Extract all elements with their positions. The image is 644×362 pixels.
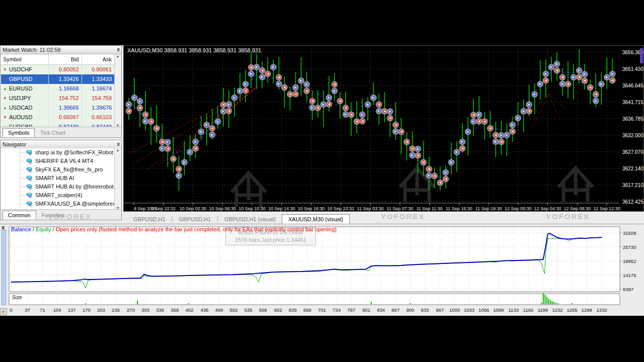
symbol-name: USDCAD <box>9 103 32 113</box>
navigator-panel: Navigator x sharp ai by @SoftechFX_Robot… <box>0 140 122 220</box>
navigator-title: Navigator x <box>1 140 121 149</box>
tester-bar-axis-label: 1298 <box>582 307 592 313</box>
market-watch-row[interactable]: ▲EURUSD1.166681.16674 <box>1 84 115 94</box>
navigator-ea-item[interactable]: SkyFX EA_fix@free_fx_pro <box>1 165 115 174</box>
market-watch-row[interactable]: ▼USDCHF0.800520.80061 <box>1 65 115 74</box>
tester-bar-axis-label: 1232 <box>552 307 562 313</box>
price-chart-window[interactable]: XAUUSD,M30 3858.931 3858.931 3858.931 38… <box>123 45 644 212</box>
chart-tab-1[interactable]: GBPUSD,H1 <box>173 215 217 224</box>
test-mode-note: Open prices only (fastest method to anal… <box>56 226 337 232</box>
navigator-ea-item[interactable]: SMART_scalper(4) <box>1 191 115 200</box>
chart-tab-0[interactable]: GBPUSD,H1 <box>127 215 172 224</box>
mt4-workspace: Market Watch: 11:02:58 x Symbol Bid Ask … <box>0 45 644 316</box>
market-watch-row[interactable]: ▼GBPUSD1.334261.33433 <box>1 74 115 84</box>
time-axis-label: 10 Sep 18:30 <box>298 206 325 211</box>
close-icon[interactable]: x <box>117 140 120 148</box>
chart-tab-3[interactable]: XAUUSD,M30 (visual) <box>282 214 350 224</box>
price-axis-label: 3622.140 <box>622 166 643 171</box>
tester-bar-axis-label: 568 <box>259 307 267 313</box>
ea-name: SMFXAUUSD_EA @simpleforex <box>35 200 115 208</box>
price-axis-label: 3627.070 <box>622 149 643 155</box>
price-down-icon: ▼ <box>3 116 7 120</box>
yoforex-logo-watermark <box>558 168 593 202</box>
tester-bar-axis-label: 900 <box>406 307 414 313</box>
tester-bar-axis-label: 1332 <box>597 307 607 313</box>
price-axis-label: 3641.715 <box>622 100 643 105</box>
price-axis-label: 3646.645 <box>622 83 643 88</box>
navigator-ea-item[interactable]: SMART HUB AI <box>1 174 115 183</box>
market-watch-row[interactable]: ▲USDCAD1.396651.39676 <box>1 103 115 113</box>
resize-grip-icon[interactable]: ▸ <box>0 308 7 315</box>
tester-bar-axis-label: 867 <box>391 307 399 313</box>
tester-bar-axis-label: 602 <box>274 307 282 313</box>
time-axis-label: 11 Sep 07:30 <box>386 206 413 211</box>
price-down-icon: ▼ <box>3 97 7 101</box>
ask-value: 0.80061 <box>82 65 115 74</box>
tester-bar-axis-label: 0 <box>10 307 12 313</box>
navigator-ea-item[interactable]: SMART HUB AI by @forexrobot <box>1 183 115 191</box>
price-chart-canvas[interactable]: 3656.3603651.4303646.6453641.7153636.785… <box>124 46 643 211</box>
ask-value: 1.33433 <box>82 74 115 84</box>
time-axis-label: 11 Sep 03:30 <box>357 206 384 211</box>
ea-name: sharp ai by @SoftechFX_Robot <box>35 148 113 157</box>
ea-name: SkyFX EA_fix@free_fx_pro <box>35 165 103 174</box>
symbol-name: USDJPY <box>9 94 31 103</box>
symbol-name: USDCHF <box>9 65 32 74</box>
scroll-up-icon[interactable]: ▲ <box>116 54 120 58</box>
price-axis-label: 3636.785 <box>622 116 643 122</box>
expert-advisor-icon <box>26 201 33 207</box>
time-axis-label: 11 Sep 11:30 <box>416 206 442 211</box>
col-symbol[interactable]: Symbol <box>1 54 49 64</box>
balance-label: Balance <box>11 226 31 232</box>
symbol-name: GBPUSD <box>9 74 32 84</box>
time-axis-label: 10 Sep 23:32 <box>327 206 354 211</box>
market-watch-title-text: Market Watch: 11:02:58 <box>3 47 61 53</box>
tester-chart-canvas[interactable]: 0377110413717020323627030333636940243646… <box>0 224 644 316</box>
navigator-scrollbar[interactable]: ▲ ▼ <box>114 148 121 210</box>
market-watch-scrollbar[interactable]: ▲ ▼ <box>114 54 121 127</box>
tester-value-axis-label: 14175 <box>623 273 636 278</box>
navigator-tabs: CommonFavorites <box>1 209 121 220</box>
tester-bar-axis-label: 1199 <box>538 307 548 313</box>
price-up-icon: ▲ <box>3 87 7 91</box>
navigator-ea-item[interactable]: sharp ai by @SoftechFX_Robot <box>1 148 115 157</box>
tab-symbols[interactable]: Symbols <box>3 128 35 137</box>
tester-bar-axis-label: 701 <box>318 307 326 313</box>
tab-favorites[interactable]: Favorites <box>36 211 70 220</box>
size-panel-label: Size <box>12 295 22 300</box>
chart-tab-2[interactable]: GBPUSD,H1 (visual) <box>218 215 282 224</box>
tab-common[interactable]: Common <box>3 211 36 220</box>
price-axis-label: 3632.000 <box>622 133 643 138</box>
tester-bar-axis-label: 37 <box>25 307 30 313</box>
time-axis-label: 10 Sep 14:30 <box>268 206 295 211</box>
tester-bar-axis-label: 402 <box>185 307 193 313</box>
tester-bar-axis-label: 469 <box>215 307 223 313</box>
tab-tick-chart[interactable]: Tick Chart <box>35 128 71 137</box>
price-up-icon: ▲ <box>3 106 7 110</box>
price-down-icon: ▼ <box>3 68 7 72</box>
ea-name: SMART_scalper(4) <box>35 191 82 200</box>
col-ask[interactable]: Ask <box>82 54 115 64</box>
market-watch-tabs: SymbolsTick Chart <box>1 127 121 137</box>
tester-bar-axis-label: 71 <box>40 307 45 313</box>
tester-bar-axis-label: 1133 <box>509 307 519 313</box>
tester-value-axis-label: 25730 <box>623 244 636 250</box>
symbol-name: EURUSD <box>9 84 32 94</box>
tester-bar-axis-label: 535 <box>245 307 253 313</box>
market-watch-row[interactable]: ▼USDJPY154.752154.759 <box>1 94 115 103</box>
close-icon[interactable]: x <box>117 46 120 54</box>
scroll-up-icon[interactable]: ▲ <box>116 148 120 152</box>
tester-bar-axis-label: 137 <box>68 307 76 313</box>
tester-bar-axis-label: 668 <box>303 307 311 313</box>
tester-scrollbar[interactable] <box>2 230 6 305</box>
tester-value-axis-label: 8397 <box>623 287 633 292</box>
col-bid[interactable]: Bid <box>49 54 82 64</box>
tester-bar-axis-label: 1099 <box>493 307 504 313</box>
tester-bar-axis-label: 801 <box>362 307 370 313</box>
navigator-ea-item[interactable]: SMFXAUUSD_EA @simpleforex <box>1 200 115 208</box>
navigator-ea-item[interactable]: SHERIFF EA V6.4 MT4 <box>1 157 115 165</box>
market-watch-row[interactable]: ▼AUDUSD0.660970.66103 <box>1 113 115 122</box>
time-axis-label: 11 Sep 15:30 <box>446 206 472 211</box>
bid-value: 1.33426 <box>49 74 82 84</box>
market-watch-title: Market Watch: 11:02:58 x <box>1 46 121 54</box>
